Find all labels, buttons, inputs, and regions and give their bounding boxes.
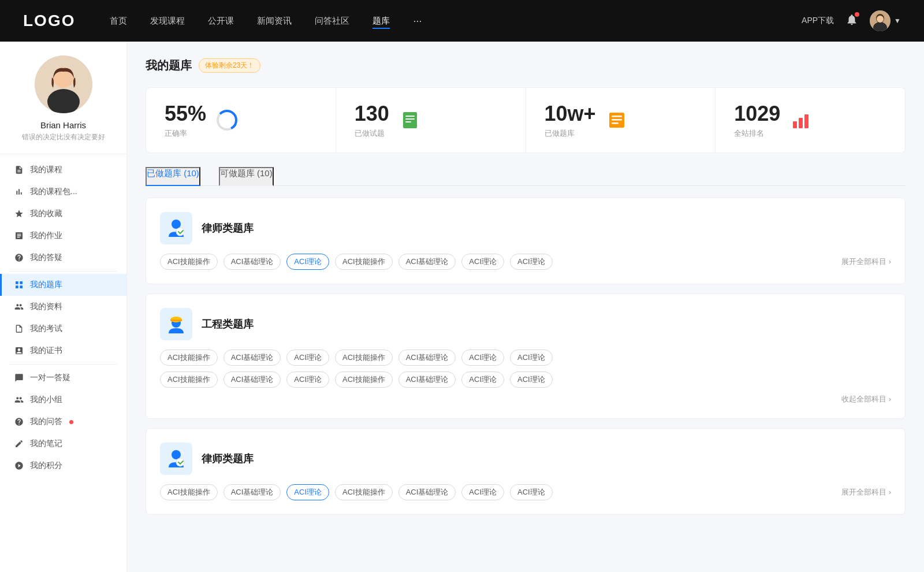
- tag-eng2-6[interactable]: ACI理论: [510, 372, 553, 388]
- bank-card-header-1: 律师类题库: [160, 212, 891, 244]
- svg-point-9: [221, 114, 233, 126]
- tag-lawyer2-5[interactable]: ACI理论: [461, 484, 504, 500]
- sidebar-item-points[interactable]: 我的积分: [0, 455, 126, 477]
- sidebar-item-qa[interactable]: 我的答疑: [0, 247, 126, 269]
- note-icon: [398, 109, 422, 132]
- sidebar-item-exam-label: 我的考试: [30, 324, 62, 334]
- tag-lawyer-1-0[interactable]: ACI技能操作: [160, 254, 218, 270]
- svg-rect-13: [405, 121, 411, 122]
- tabs-row: 已做题库 (10) 可做题库 (10): [146, 167, 906, 186]
- tab-done-banks[interactable]: 已做题库 (10): [146, 167, 200, 186]
- tag-eng-6[interactable]: ACI理论: [510, 350, 553, 366]
- notification-bell[interactable]: [845, 13, 858, 28]
- tag-lawyer2-1[interactable]: ACI基础理论: [223, 484, 281, 500]
- collapse-link-engineer[interactable]: 收起全部科目 ›: [841, 395, 891, 403]
- sidebar-item-cert[interactable]: 我的证书: [0, 340, 126, 362]
- tag-eng2-4[interactable]: ACI基础理论: [398, 372, 456, 388]
- svg-point-22: [176, 228, 184, 236]
- chart-icon: [14, 187, 24, 197]
- nav-item-qa[interactable]: 问答社区: [315, 13, 349, 29]
- tag-eng2-0[interactable]: ACI技能操作: [160, 372, 218, 388]
- sidebar-item-notes[interactable]: 我的笔记: [0, 433, 126, 455]
- sidebar-item-favorites[interactable]: 我的收藏: [0, 203, 126, 225]
- stat-done-banks-value: 10w+: [545, 102, 596, 126]
- tag-lawyer-1-2[interactable]: ACI理论: [286, 254, 329, 270]
- sidebar-item-exam[interactable]: 我的考试: [0, 318, 126, 340]
- tag-lawyer-1-5[interactable]: ACI理论: [461, 254, 504, 270]
- expand-link-lawyer-2[interactable]: 展开全部科目 ›: [841, 487, 891, 497]
- nav-item-bank[interactable]: 题库: [372, 13, 390, 29]
- question-icon: [14, 252, 24, 263]
- tag-eng-0[interactable]: ACI技能操作: [160, 350, 218, 366]
- svg-rect-12: [405, 118, 415, 120]
- lawyer-icon-2: [160, 443, 192, 475]
- stat-accuracy-text: 55% 正确率: [165, 102, 206, 139]
- nav-item-more[interactable]: ···: [413, 15, 422, 27]
- nav-right-area: APP下载 ▼: [802, 10, 901, 31]
- group-icon: [14, 395, 24, 405]
- tag-lawyer-1-3[interactable]: ACI技能操作: [335, 254, 393, 270]
- chevron-down-icon: ▼: [894, 17, 901, 25]
- tags-row-lawyer-2: ACI技能操作 ACI基础理论 ACI理论 ACI技能操作 ACI基础理论 AC…: [160, 484, 891, 500]
- tag-eng2-1[interactable]: ACI基础理论: [223, 372, 281, 388]
- sidebar-item-qna[interactable]: 我的问答: [0, 411, 126, 433]
- notification-dot: [855, 12, 859, 17]
- svg-rect-26: [173, 318, 179, 320]
- tag-lawyer2-3[interactable]: ACI技能操作: [335, 484, 393, 500]
- sidebar-divider-1: [9, 271, 117, 272]
- tag-eng2-3[interactable]: ACI技能操作: [335, 372, 393, 388]
- tag-eng2-5[interactable]: ACI理论: [461, 372, 504, 388]
- tag-eng-2[interactable]: ACI理论: [286, 350, 329, 366]
- sidebar-item-homework-label: 我的作业: [30, 231, 62, 241]
- app-download-link[interactable]: APP下载: [802, 16, 834, 26]
- sidebar-item-course[interactable]: 我的课程: [0, 159, 126, 181]
- sidebar-item-tutor-label: 一对一答疑: [30, 373, 70, 383]
- user-avatar-area[interactable]: ▼: [870, 10, 901, 31]
- tag-lawyer2-2[interactable]: ACI理论: [286, 484, 329, 500]
- chat-icon: [14, 373, 24, 383]
- cert-icon: [14, 346, 24, 356]
- stat-accuracy-label: 正确率: [165, 128, 206, 139]
- tag-lawyer-1-4[interactable]: ACI基础理论: [398, 254, 456, 270]
- tab-available-banks[interactable]: 可做题库 (10): [219, 167, 274, 186]
- bank-name-lawyer-1: 律师类题库: [202, 221, 254, 235]
- tag-lawyer-1-6[interactable]: ACI理论: [510, 254, 553, 270]
- svg-rect-25: [170, 320, 182, 321]
- sidebar-item-profile[interactable]: 我的资料: [0, 296, 126, 318]
- profile-name: Brian Harris: [40, 120, 86, 130]
- tag-eng-5[interactable]: ACI理论: [461, 350, 504, 366]
- tag-eng-3[interactable]: ACI技能操作: [335, 350, 393, 366]
- bank-card-engineer: 工程类题库 ACI技能操作 ACI基础理论 ACI理论 ACI技能操作 ACI基…: [146, 294, 906, 419]
- tags-row-engineer-1: ACI技能操作 ACI基础理论 ACI理论 ACI技能操作 ACI基础理论 AC…: [160, 350, 891, 366]
- nav-item-open[interactable]: 公开课: [208, 13, 234, 29]
- nav-item-discover[interactable]: 发现课程: [150, 13, 185, 29]
- expand-link-lawyer-1[interactable]: 展开全部科目 ›: [841, 257, 891, 267]
- grid-icon: [14, 280, 24, 290]
- tag-eng-1[interactable]: ACI基础理论: [223, 350, 281, 366]
- sidebar-item-group-label: 我的小组: [30, 395, 62, 405]
- stat-rank-text: 1029 全站排名: [734, 102, 780, 139]
- page-header: 我的题库 体验剩余23天！: [146, 58, 906, 73]
- svg-point-3: [877, 16, 884, 23]
- nav-item-news[interactable]: 新闻资讯: [257, 13, 292, 29]
- tag-lawyer2-0[interactable]: ACI技能操作: [160, 484, 218, 500]
- book-icon: [605, 109, 628, 132]
- svg-rect-18: [793, 121, 797, 128]
- bank-card-header-3: 律师类题库: [160, 443, 891, 475]
- qmark-icon: [14, 417, 24, 427]
- tag-lawyer-1-1[interactable]: ACI基础理论: [223, 254, 281, 270]
- sidebar-item-group[interactable]: 我的小组: [0, 389, 126, 411]
- tag-lawyer2-6[interactable]: ACI理论: [510, 484, 553, 500]
- sidebar-item-homework[interactable]: 我的作业: [0, 225, 126, 247]
- nav-item-home[interactable]: 首页: [110, 13, 127, 29]
- sidebar-item-course-pkg[interactable]: 我的课程包...: [0, 181, 126, 203]
- logo: LOGO: [23, 12, 75, 30]
- svg-point-21: [172, 220, 181, 229]
- tag-lawyer2-4[interactable]: ACI基础理论: [398, 484, 456, 500]
- sidebar-item-bank[interactable]: 我的题库: [0, 274, 126, 296]
- tag-eng-4[interactable]: ACI基础理论: [398, 350, 456, 366]
- file-icon: [14, 165, 24, 175]
- sidebar-item-cert-label: 我的证书: [30, 346, 62, 356]
- tag-eng2-2[interactable]: ACI理论: [286, 372, 329, 388]
- sidebar-item-tutor[interactable]: 一对一答疑: [0, 367, 126, 389]
